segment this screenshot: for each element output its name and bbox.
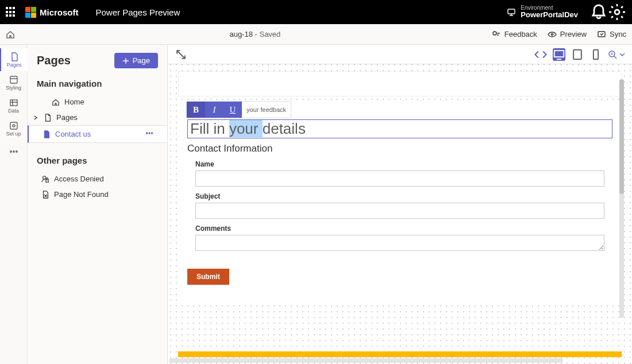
headline-selection: your [229,120,263,137]
zoom-control[interactable] [608,50,625,59]
nav-not-found-label: Page Not Found [54,190,109,199]
document-title-area: aug-18 - Saved [18,30,492,38]
left-rail: Pages Styling Data Set up [0,45,28,364]
environment-icon [507,7,516,17]
feedback-icon [492,30,501,39]
nav-item-more[interactable] [145,129,158,139]
rail-pages-label: Pages [7,62,22,68]
section-other-pages: Other pages [28,153,167,171]
global-header: Microsoft Power Pages Preview Environmen… [0,0,632,24]
canvas-vertical-scrollbar[interactable] [619,79,624,318]
canvas-horizontal-scrollbar[interactable] [169,358,563,363]
home-icon[interactable] [6,30,15,39]
nav-home-label: Home [64,98,84,106]
rail-styling[interactable]: Styling [0,71,28,94]
form-section[interactable]: B I U your feedback Fill in your details… [178,104,622,301]
rail-pages[interactable]: Pages [0,48,28,71]
code-icon [534,48,547,61]
rail-more[interactable] [0,140,28,163]
ellipsis-icon [145,129,153,137]
rail-setup-label: Set up [6,131,21,137]
form-section-heading: Contact Information [187,143,612,154]
nav-contact-us[interactable]: Contact us [28,125,167,143]
code-view-button[interactable] [534,48,547,61]
svg-rect-7 [10,122,17,129]
svg-point-12 [147,133,148,134]
pages-panel: Pages Page Main navigation Home Pages Co… [28,45,168,364]
person-lock-icon [41,175,49,183]
desktop-icon [553,48,565,61]
panel-title: Pages [37,54,71,67]
design-canvas: B I U your feedback Fill in your details… [168,45,632,364]
tablet-icon [571,48,584,61]
text-format-toolbar: B I U your feedback [186,101,291,118]
microsoft-logo: Microsoft [25,7,79,18]
nav-contact-label: Contact us [55,130,91,138]
app-launcher-icon[interactable] [6,7,16,17]
svg-point-8 [13,125,15,127]
rail-styling-label: Styling [6,85,21,91]
nav-access-denied-label: Access Denied [54,175,104,183]
svg-point-15 [43,176,46,179]
svg-rect-0 [508,9,515,14]
svg-rect-4 [598,32,605,37]
svg-point-10 [13,151,14,152]
preview-label: Preview [560,30,587,38]
nav-access-denied[interactable]: Access Denied [28,171,167,187]
nav-pages[interactable]: Pages [28,110,167,125]
sync-button[interactable]: Sync [597,30,626,39]
subject-label: Subject [195,192,604,200]
svg-point-2 [493,32,496,35]
zoom-icon [608,50,617,59]
environment-picker[interactable]: Environment PowerPortalDev [507,5,578,19]
canvas-toolbar [168,45,632,64]
sync-icon [597,30,606,39]
svg-point-9 [10,151,11,152]
svg-point-3 [551,33,553,35]
add-page-button[interactable]: Page [114,53,158,68]
feedback-label: Feedback [504,30,537,38]
add-page-label: Page [133,56,150,65]
section-main-nav: Main navigation [28,76,167,94]
styling-icon [9,75,18,84]
command-bar: aug-18 - Saved Feedback Preview Sync [0,24,632,45]
headline-editable[interactable]: Fill in your details [187,119,612,138]
comments-input[interactable] [195,235,604,251]
product-name: Power Pages Preview [96,7,180,17]
microsoft-logo-tiles [25,7,36,18]
subject-input[interactable] [195,203,604,219]
chevron-right-icon [33,115,38,120]
desktop-view-button[interactable] [553,48,565,61]
italic-button[interactable]: I [205,102,223,118]
chevron-down-icon [619,52,625,57]
expand-icon-button[interactable] [175,48,187,61]
feedback-button[interactable]: Feedback [492,30,537,39]
bold-button[interactable]: B [187,102,205,118]
name-input[interactable] [195,171,604,187]
preview-button[interactable]: Preview [548,30,587,39]
nav-home[interactable]: Home [28,94,167,110]
svg-rect-17 [554,51,564,57]
svg-point-14 [151,133,152,134]
submit-button[interactable]: Submit [187,269,229,285]
rail-data[interactable]: Data [0,94,28,117]
headline-pre: Fill in [190,120,229,137]
svg-rect-19 [594,49,598,59]
rail-data-label: Data [8,108,19,114]
svg-rect-5 [10,76,17,83]
svg-point-13 [149,133,150,134]
empty-section[interactable] [178,71,622,96]
settings-button[interactable] [608,3,626,21]
plus-icon [122,57,129,64]
nav-pages-label: Pages [56,113,78,122]
home-icon [52,98,60,106]
rail-setup[interactable]: Set up [0,117,28,140]
underline-button[interactable]: U [223,102,242,118]
nav-page-not-found[interactable]: Page Not Found [28,187,167,202]
mobile-view-button[interactable] [589,48,602,61]
tablet-view-button[interactable] [571,48,584,61]
expand-icon [175,48,187,61]
notifications-button[interactable] [589,3,608,21]
document-status: - Saved [253,30,280,38]
bell-icon [589,3,608,21]
